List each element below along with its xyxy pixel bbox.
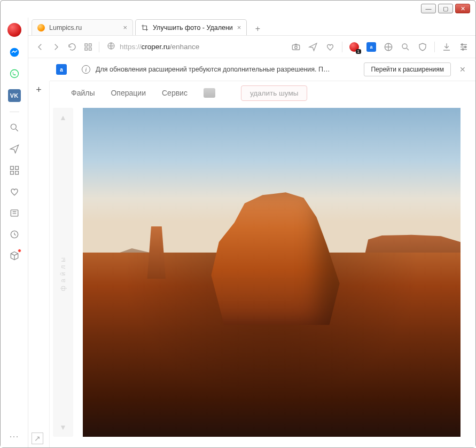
downloads-icon[interactable] [441, 42, 452, 52]
files-down-arrow-icon[interactable]: ▼ [59, 423, 67, 431]
svg-rect-6 [15, 171, 18, 175]
files-rail[interactable]: ▲ файлы ▼ [53, 108, 73, 437]
easy-setup-icon[interactable] [458, 42, 469, 52]
remove-noise-button[interactable]: удалить шумы [241, 85, 308, 101]
page-body: + Файлы Операции Сервис удалить шумы ▲ ф… [28, 81, 475, 447]
news-icon[interactable] [9, 207, 20, 219]
translate-extension-icon[interactable]: a [366, 42, 377, 52]
files-up-arrow-icon[interactable]: ▲ [59, 113, 67, 122]
navigation-bar: https://croper.ru/enhance 1 a [28, 36, 475, 58]
svg-point-2 [11, 124, 16, 129]
window-minimize-button[interactable]: — [421, 4, 436, 13]
tab-close-icon[interactable]: × [123, 23, 127, 32]
opera-extension-icon[interactable]: 1 [349, 42, 360, 52]
info-icon: i [82, 65, 90, 74]
vk-icon[interactable]: VK [8, 89, 21, 102]
photo-content [83, 108, 461, 437]
menu-service[interactable]: Сервис [162, 89, 188, 97]
globe-icon [107, 42, 115, 52]
svg-rect-11 [85, 48, 88, 50]
notice-close-icon[interactable]: ✕ [456, 65, 469, 74]
page-main: Файлы Операции Сервис удалить шумы ▲ фай… [50, 81, 475, 447]
speed-dial-icon[interactable] [9, 164, 20, 176]
svg-point-1 [10, 70, 18, 78]
address-bar[interactable]: https://croper.ru/enhance [105, 42, 285, 52]
add-file-button[interactable]: + [34, 84, 44, 95]
main-layout: VK ⋯ [1, 18, 475, 447]
tab-title: Lumpics.ru [49, 24, 82, 32]
heart-icon[interactable] [9, 186, 20, 198]
svg-point-15 [295, 46, 298, 49]
menu-operations[interactable]: Операции [111, 89, 146, 97]
new-tab-button[interactable]: + [251, 22, 264, 35]
badge-count: 1 [356, 49, 361, 54]
url-host: croper.ru [142, 43, 170, 51]
flow-send-icon[interactable] [308, 42, 318, 52]
nav-right-icons: 1 a [291, 42, 469, 52]
svg-rect-7 [11, 210, 18, 216]
shield-icon[interactable] [417, 42, 428, 52]
tab-lumpics[interactable]: Lumpics.ru × [32, 19, 133, 35]
sidebar-separator [10, 112, 19, 112]
svg-point-19 [465, 46, 466, 48]
svg-point-17 [402, 44, 407, 49]
favicon-crop-icon [141, 24, 149, 32]
files-rail-label: файлы [59, 254, 67, 291]
search-icon[interactable] [9, 122, 20, 133]
history-icon[interactable] [9, 229, 20, 240]
notification-dot [18, 249, 21, 253]
back-button[interactable] [35, 42, 45, 52]
nav-separator [434, 42, 435, 52]
tab-strip: Lumpics.ru × Улучшить фото - Удалени × + [28, 18, 475, 36]
menu-files[interactable]: Файлы [71, 89, 95, 97]
nav-separator [342, 42, 342, 52]
toolbar-extra-icon[interactable] [204, 88, 215, 98]
open-external-icon[interactable]: ↗ [32, 433, 43, 444]
forward-button[interactable] [51, 42, 61, 52]
tab-croper[interactable]: Улучшить фото - Удалени × [135, 19, 247, 35]
app-toolbar: Файлы Операции Сервис удалить шумы [50, 81, 475, 105]
url-protocol: https:// [120, 43, 142, 51]
svg-rect-10 [89, 44, 92, 46]
page-left-column: + [28, 81, 50, 447]
canvas-area: ▲ файлы ▼ [50, 105, 475, 447]
url-text: https://croper.ru/enhance [120, 43, 199, 51]
opera-logo-icon[interactable] [7, 23, 21, 37]
browser-sidebar: VK ⋯ [1, 18, 28, 447]
whatsapp-icon[interactable] [9, 68, 20, 80]
adblock-icon[interactable] [383, 42, 394, 52]
svg-rect-4 [15, 167, 18, 170]
nav-separator [99, 42, 99, 52]
tab-title: Улучшить фото - Удалени [153, 24, 233, 32]
translate-ext-small-icon: a [56, 64, 67, 75]
svg-rect-5 [10, 171, 13, 175]
extension-notice-bar: a i Для обновления расширений требуются … [50, 58, 475, 81]
svg-rect-9 [85, 44, 88, 46]
tab-close-icon[interactable]: × [237, 23, 241, 32]
svg-rect-14 [292, 45, 300, 50]
extension-notice-text: Для обновления расширений требуются допо… [96, 66, 331, 73]
bookmark-heart-icon[interactable] [325, 42, 335, 52]
browser-right-area: Lumpics.ru × Улучшить фото - Удалени × + [28, 18, 475, 447]
svg-point-18 [462, 44, 463, 45]
browser-window: — ▢ ✕ VK [0, 0, 476, 448]
svg-rect-12 [89, 48, 92, 50]
svg-rect-3 [10, 167, 13, 170]
messenger-icon[interactable] [9, 46, 20, 58]
speed-dial-button[interactable] [83, 42, 93, 52]
svg-point-20 [462, 49, 464, 50]
vpn-icon[interactable] [400, 42, 411, 52]
go-to-extensions-button[interactable]: Перейти к расширениям [364, 62, 451, 76]
window-maximize-button[interactable]: ▢ [438, 4, 453, 13]
window-close-button[interactable]: ✕ [455, 4, 470, 13]
favicon-lumpics-icon [37, 24, 45, 32]
extensions-cube-icon[interactable] [9, 250, 20, 262]
send-icon[interactable] [9, 143, 20, 155]
reload-button[interactable] [67, 42, 77, 52]
url-path: /enhance [170, 43, 200, 51]
window-controls: — ▢ ✕ [416, 1, 475, 17]
sidebar-more-icon[interactable]: ⋯ [9, 430, 20, 442]
screenshot-icon[interactable] [291, 42, 301, 52]
letter-a-icon: a [366, 42, 376, 52]
photo-canvas[interactable] [83, 108, 461, 437]
